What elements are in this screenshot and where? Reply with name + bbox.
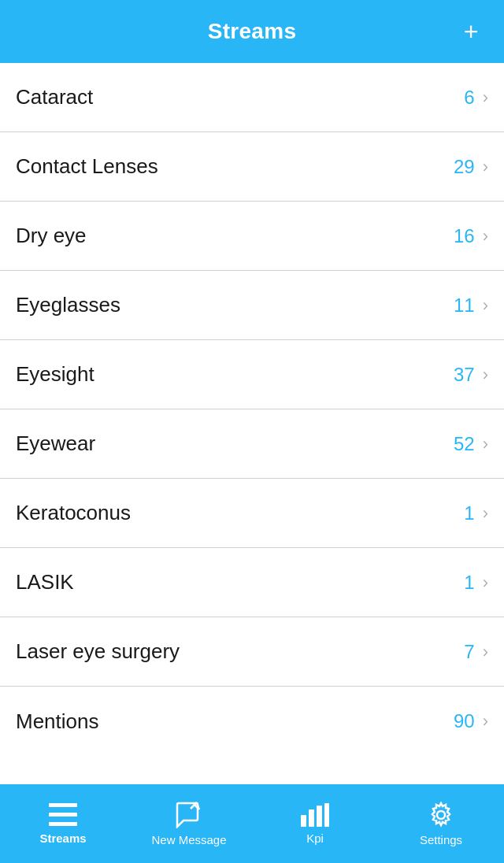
stream-right: 37› [451,364,488,386]
chevron-right-icon: › [483,642,488,662]
stream-item[interactable]: Mentions90› [0,687,504,756]
stream-item[interactable]: Dry eye16› [0,202,504,271]
add-stream-button[interactable]: + [454,14,488,49]
stream-name: Contact Lenses [16,154,158,179]
stream-count: 16 [451,225,475,247]
streams-icon [49,803,77,827]
stream-item[interactable]: Keratoconus1› [0,479,504,548]
stream-right: 52› [451,433,488,455]
stream-item[interactable]: Laser eye surgery7› [0,617,504,687]
nav-item-kpi[interactable]: Kpi [252,784,378,863]
stream-name: LASIK [16,570,74,594]
nav-item-streams[interactable]: Streams [0,784,126,863]
kpi-icon [301,803,329,827]
nav-label-settings: Settings [420,833,462,846]
nav-item-settings[interactable]: Settings [378,784,504,863]
stream-count: 29 [451,156,475,178]
settings-icon [428,802,454,828]
svg-point-10 [437,811,445,819]
header-title: Streams [208,19,297,44]
stream-count: 11 [451,294,475,317]
nav-label-new-message: New Message [151,833,226,846]
bottom-nav: Streams New Message Kpi [0,784,504,863]
stream-name: Mentions [16,709,99,734]
stream-right: 11› [451,294,488,317]
stream-item[interactable]: Cataract6› [0,63,504,132]
stream-name: Dry eye [16,224,87,248]
chevron-right-icon: › [483,503,488,524]
stream-count: 1 [451,572,475,594]
stream-count: 6 [451,87,475,109]
stream-count: 90 [451,710,475,732]
chevron-right-icon: › [483,434,488,454]
stream-right: 29› [451,156,488,178]
stream-right: 1› [451,502,488,524]
stream-right: 1› [451,572,488,594]
stream-name: Eyewear [16,432,95,456]
svg-rect-0 [49,803,77,807]
stream-right: 16› [451,225,488,247]
chevron-right-icon: › [483,572,488,593]
stream-name: Laser eye surgery [16,639,180,664]
nav-label-streams: Streams [39,832,86,845]
svg-rect-9 [324,803,329,827]
chevron-right-icon: › [483,365,488,385]
stream-name: Eyesight [16,362,94,387]
stream-item[interactable]: Eyesight37› [0,340,504,409]
stream-name: Cataract [16,85,93,109]
chevron-right-icon: › [483,157,488,177]
chevron-right-icon: › [483,295,488,316]
svg-rect-1 [49,813,77,817]
stream-right: 90› [451,710,488,732]
stream-item[interactable]: Eyewear52› [0,409,504,479]
stream-right: 6› [451,87,488,109]
nav-item-new-message[interactable]: New Message [126,784,252,863]
svg-rect-6 [301,815,306,827]
stream-count: 52 [451,433,475,455]
stream-count: 7 [451,641,475,663]
stream-count: 1 [451,502,475,524]
header: Streams + [0,0,504,63]
svg-rect-7 [309,809,314,827]
chevron-right-icon: › [483,711,488,732]
stream-name: Keratoconus [16,501,131,525]
stream-name: Eyeglasses [16,293,120,317]
stream-count: 37 [451,364,475,386]
stream-item[interactable]: Contact Lenses29› [0,132,504,202]
svg-rect-8 [317,806,322,827]
stream-item[interactable]: Eyeglasses11› [0,271,504,340]
nav-label-kpi: Kpi [306,832,324,845]
stream-right: 7› [451,641,488,663]
new-message-icon [176,802,202,828]
svg-rect-2 [49,822,77,826]
stream-list: Cataract6›Contact Lenses29›Dry eye16›Eye… [0,63,504,784]
stream-item[interactable]: LASIK1› [0,548,504,617]
chevron-right-icon: › [483,87,488,108]
chevron-right-icon: › [483,226,488,246]
